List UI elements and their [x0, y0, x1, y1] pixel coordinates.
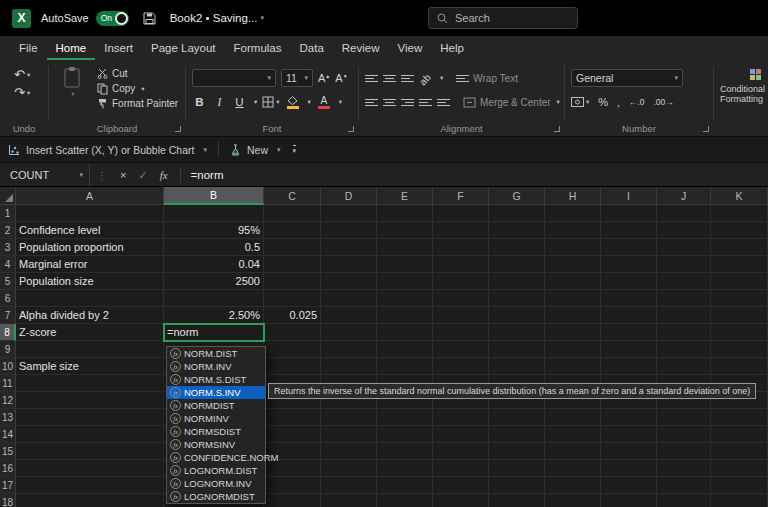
row-header-9[interactable]: 9	[0, 341, 16, 358]
cell-I10[interactable]	[601, 358, 657, 375]
cell-C4[interactable]	[264, 256, 321, 273]
redo-button[interactable]: ↷▾	[14, 86, 42, 99]
column-header-E[interactable]: E	[377, 187, 433, 205]
cell-H14[interactable]	[545, 426, 601, 443]
cell-D17[interactable]	[321, 477, 377, 494]
autocomplete-item-confidence.norm[interactable]: fxCONFIDENCE.NORM	[167, 451, 265, 464]
cell-I1[interactable]	[601, 205, 657, 222]
cell-B7[interactable]: 2.50%	[164, 307, 264, 324]
cell-G5[interactable]	[489, 273, 545, 290]
cell-D15[interactable]	[321, 443, 377, 460]
increase-indent-button[interactable]	[437, 99, 450, 106]
cell-E15[interactable]	[377, 443, 433, 460]
tab-data[interactable]: Data	[291, 36, 333, 60]
cell-C2[interactable]	[264, 222, 321, 239]
clipboard-dialog-launcher[interactable]	[175, 126, 181, 132]
cell-I9[interactable]	[601, 341, 657, 358]
cell-B3[interactable]: 0.5	[164, 239, 264, 256]
cell-F14[interactable]	[433, 426, 489, 443]
cell-A15[interactable]	[16, 443, 164, 460]
borders-button[interactable]: ▾	[262, 96, 279, 108]
cell-C1[interactable]	[264, 205, 321, 222]
cell-I14[interactable]	[601, 426, 657, 443]
column-header-D[interactable]: D	[321, 187, 377, 205]
autocomplete-item-lognorm.inv[interactable]: fxLOGNORM.INV	[167, 477, 265, 490]
insert-scatter-button[interactable]: Insert Scatter (X, Y) or Bubble Chart	[26, 144, 194, 156]
format-painter-button[interactable]: Format Painter	[97, 96, 178, 111]
cell-H7[interactable]	[545, 307, 601, 324]
autocomplete-item-normdist[interactable]: fxNORMDIST	[167, 399, 265, 412]
cell-F10[interactable]	[433, 358, 489, 375]
font-name-select[interactable]: ▾	[192, 69, 276, 87]
cell-E18[interactable]	[377, 494, 433, 507]
cell-A11[interactable]	[16, 375, 164, 392]
cell-K3[interactable]	[711, 239, 768, 256]
column-header-J[interactable]: J	[657, 187, 711, 205]
cell-J9[interactable]	[657, 341, 711, 358]
cell-H15[interactable]	[545, 443, 601, 460]
copy-button[interactable]: Copy ▾	[97, 81, 178, 96]
cancel-button[interactable]: ×	[120, 169, 126, 181]
cell-F16[interactable]	[433, 460, 489, 477]
cell-A1[interactable]	[16, 205, 164, 222]
cell-G8[interactable]	[489, 324, 545, 341]
row-header-7[interactable]: 7	[0, 307, 16, 324]
cell-A17[interactable]	[16, 477, 164, 494]
font-dialog-launcher[interactable]	[348, 126, 354, 132]
undo-button[interactable]: ↶▾	[14, 68, 42, 81]
cell-A5[interactable]: Population size	[16, 273, 164, 290]
cell-F18[interactable]	[433, 494, 489, 507]
cell-C5[interactable]	[264, 273, 321, 290]
column-header-A[interactable]: A	[16, 187, 164, 205]
cell-J2[interactable]	[657, 222, 711, 239]
cell-D1[interactable]	[321, 205, 377, 222]
cell-G3[interactable]	[489, 239, 545, 256]
tab-file[interactable]: File	[10, 36, 47, 60]
wrap-text-button[interactable]: Wrap Text	[456, 73, 518, 84]
cell-E14[interactable]	[377, 426, 433, 443]
cell-K18[interactable]	[711, 494, 768, 507]
decrease-decimal-button[interactable]: .00→	[653, 97, 673, 107]
cell-K8[interactable]	[711, 324, 768, 341]
cell-F15[interactable]	[433, 443, 489, 460]
autocomplete-item-normsdist[interactable]: fxNORMSDIST	[167, 425, 265, 438]
cell-D13[interactable]	[321, 409, 377, 426]
cell-F17[interactable]	[433, 477, 489, 494]
cell-C13[interactable]	[264, 409, 321, 426]
fill-color-button[interactable]	[285, 96, 301, 109]
cell-K14[interactable]	[711, 426, 768, 443]
cell-D2[interactable]	[321, 222, 377, 239]
row-header-14[interactable]: 14	[0, 426, 16, 443]
cell-E4[interactable]	[377, 256, 433, 273]
cell-K4[interactable]	[711, 256, 768, 273]
cell-J18[interactable]	[657, 494, 711, 507]
cell-C9[interactable]	[264, 341, 321, 358]
column-header-F[interactable]: F	[433, 187, 489, 205]
number-dialog-launcher[interactable]	[703, 126, 709, 132]
cell-D5[interactable]	[321, 273, 377, 290]
cell-F6[interactable]	[433, 290, 489, 307]
accounting-format-button[interactable]: ▾	[571, 97, 589, 107]
cell-C10[interactable]	[264, 358, 321, 375]
comma-style-button[interactable]: ,	[617, 96, 620, 108]
cell-G7[interactable]	[489, 307, 545, 324]
cell-H17[interactable]	[545, 477, 601, 494]
new-button[interactable]: New	[247, 144, 268, 156]
cell-D16[interactable]	[321, 460, 377, 477]
cell-H5[interactable]	[545, 273, 601, 290]
cell-C3[interactable]	[264, 239, 321, 256]
row-header-4[interactable]: 4	[0, 256, 16, 273]
cell-K10[interactable]	[711, 358, 768, 375]
cell-H1[interactable]	[545, 205, 601, 222]
tab-view[interactable]: View	[389, 36, 432, 60]
orientation-button[interactable]: ab	[417, 69, 435, 87]
cell-B4[interactable]: 0.04	[164, 256, 264, 273]
customize-toolbar-icon[interactable]: ▾	[293, 145, 297, 155]
cell-F7[interactable]	[433, 307, 489, 324]
insert-function-button[interactable]: fx	[160, 169, 168, 181]
merge-center-button[interactable]: Merge & Center ▾	[463, 97, 560, 108]
cell-G9[interactable]	[489, 341, 545, 358]
autosave-toggle[interactable]: On	[96, 11, 129, 26]
cell-C17[interactable]	[264, 477, 321, 494]
font-color-button[interactable]: A	[316, 96, 332, 109]
